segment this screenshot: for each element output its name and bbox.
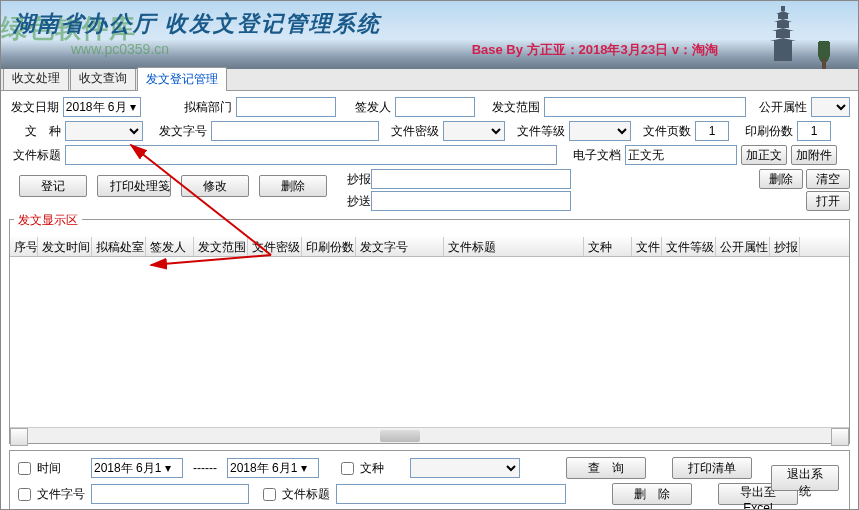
- type-select[interactable]: [65, 121, 143, 141]
- grid-column-header[interactable]: 签发人: [146, 237, 194, 256]
- print-list-button[interactable]: 打印清单: [672, 457, 752, 479]
- edit-button[interactable]: 修改: [181, 175, 249, 197]
- label-date: 发文日期: [9, 99, 59, 116]
- grid-column-header[interactable]: 抄报: [770, 237, 800, 256]
- dept-input[interactable]: [236, 97, 336, 117]
- svg-rect-6: [776, 31, 790, 38]
- header-status-text: Base By 方正亚：2018年3月23日 v：淘淘: [472, 41, 718, 59]
- tab-send-register[interactable]: 发文登记管理: [137, 67, 227, 91]
- scope-input[interactable]: [544, 97, 746, 117]
- svg-rect-0: [781, 6, 785, 11]
- query-button[interactable]: 查 询: [566, 457, 646, 479]
- time-checkbox[interactable]: [18, 462, 31, 475]
- label-docnum: 发文字号: [151, 123, 207, 140]
- grid-column-header[interactable]: 文件标题: [444, 237, 584, 256]
- pubattr-select[interactable]: [811, 97, 850, 117]
- grid-column-header[interactable]: 发文字号: [356, 237, 444, 256]
- display-area-title: 发文显示区: [14, 212, 82, 229]
- svg-marker-7: [770, 38, 796, 41]
- grid-column-header[interactable]: 文件密级: [248, 237, 302, 256]
- pages-input[interactable]: [695, 121, 729, 141]
- date-from-picker[interactable]: [91, 458, 183, 478]
- title-checkbox[interactable]: [263, 488, 276, 501]
- copies-input[interactable]: [797, 121, 831, 141]
- print-slip-button[interactable]: 打印处理笺: [97, 175, 171, 197]
- date-picker[interactable]: [63, 97, 141, 117]
- grid-column-header[interactable]: 发文范围: [194, 237, 248, 256]
- time-checkbox-label: 时间: [37, 460, 61, 477]
- pagoda-icon: [768, 6, 798, 61]
- tab-receive-query[interactable]: 收文查询: [70, 66, 136, 90]
- exit-system-button[interactable]: 退出系统: [771, 465, 839, 491]
- svg-marker-5: [772, 28, 794, 31]
- label-type: 文 种: [9, 123, 61, 140]
- docnum-checkbox-label: 文件字号: [37, 486, 85, 503]
- label-issuer: 签发人: [348, 99, 390, 116]
- filter-title-input[interactable]: [336, 484, 566, 504]
- add-attach-button[interactable]: 加附件: [791, 145, 837, 165]
- efile-display: [625, 145, 737, 165]
- filter-panel: 时间 ------ 文种 查 询 打印清单 文件字号 文件标题 删 除 导出至E…: [9, 450, 850, 510]
- label-secret: 文件密级: [383, 123, 439, 140]
- filter-docnum-input[interactable]: [91, 484, 249, 504]
- grid-column-header[interactable]: 印刷份数: [302, 237, 356, 256]
- grid-column-header[interactable]: 发文时间: [38, 237, 92, 256]
- grid-header: 序号发文时间拟稿处室签发人发文范围文件密级印刷份数发文字号文件标题文种文件文件等…: [10, 237, 849, 257]
- label-efile: 电子文档: [565, 147, 621, 164]
- grid-column-header[interactable]: 公开属性: [716, 237, 770, 256]
- header-banner: 绿色软件库 www.pc0359.cn 湖南省办公厅 收发文登记管理系统 Bas…: [1, 1, 858, 69]
- issuer-input[interactable]: [395, 97, 475, 117]
- title-input[interactable]: [65, 145, 557, 165]
- grid-column-header[interactable]: 文件等级: [662, 237, 716, 256]
- filter-delete-button[interactable]: 删 除: [612, 483, 692, 505]
- efile-open-button[interactable]: 打开: [806, 191, 850, 211]
- cs-input[interactable]: [371, 191, 571, 211]
- tilde-label: ------: [193, 461, 217, 475]
- docnum-checkbox[interactable]: [18, 488, 31, 501]
- label-scope: 发文范围: [487, 99, 541, 116]
- label-pubattr: 公开属性: [754, 99, 808, 116]
- label-dept: 拟稿部门: [175, 99, 233, 116]
- delete-button[interactable]: 删除: [259, 175, 327, 197]
- app-title: 湖南省办公厅 收发文登记管理系统: [13, 9, 381, 39]
- efile-clear-button[interactable]: 清空: [806, 169, 850, 189]
- label-rank: 文件等级: [509, 123, 565, 140]
- grid-column-header[interactable]: 文件: [632, 237, 662, 256]
- display-area: 发文显示区 序号发文时间拟稿处室签发人发文范围文件密级印刷份数发文字号文件标题文…: [9, 219, 850, 444]
- efile-delete-button[interactable]: 删除: [759, 169, 803, 189]
- svg-marker-1: [776, 11, 790, 14]
- label-cs: 抄送: [341, 193, 371, 210]
- label-copies: 印刷份数: [737, 123, 793, 140]
- filter-type-select[interactable]: [410, 458, 520, 478]
- main-tabs: 收文处理 收文查询 发文登记管理: [1, 69, 858, 91]
- horizontal-scrollbar[interactable]: [10, 427, 849, 443]
- svg-rect-2: [778, 14, 788, 19]
- watermark-url: www.pc0359.cn: [71, 41, 169, 57]
- label-cc: 抄报: [341, 171, 371, 188]
- rank-select[interactable]: [569, 121, 631, 141]
- docnum-input[interactable]: [211, 121, 379, 141]
- svg-rect-4: [777, 22, 789, 28]
- type-checkbox-label: 文种: [360, 460, 384, 477]
- svg-marker-3: [774, 19, 792, 22]
- grid-body[interactable]: [10, 257, 849, 427]
- grid-column-header[interactable]: 序号: [10, 237, 38, 256]
- svg-rect-8: [774, 41, 792, 61]
- label-title: 文件标题: [9, 147, 61, 164]
- tab-receive-process[interactable]: 收文处理: [3, 66, 69, 90]
- cc-input[interactable]: [371, 169, 571, 189]
- type-checkbox[interactable]: [341, 462, 354, 475]
- form-area: 发文日期 拟稿部门 签发人 发文范围 公开属性 文 种 发文字号 文件密级 文件…: [1, 91, 858, 219]
- add-main-button[interactable]: 加正文: [741, 145, 787, 165]
- secret-select[interactable]: [443, 121, 505, 141]
- grid-column-header[interactable]: 拟稿处室: [92, 237, 146, 256]
- tree-icon: [815, 41, 833, 69]
- grid-column-header[interactable]: 文种: [584, 237, 632, 256]
- register-button[interactable]: 登记: [19, 175, 87, 197]
- date-to-picker[interactable]: [227, 458, 319, 478]
- title-checkbox-label: 文件标题: [282, 486, 330, 503]
- label-pages: 文件页数: [635, 123, 691, 140]
